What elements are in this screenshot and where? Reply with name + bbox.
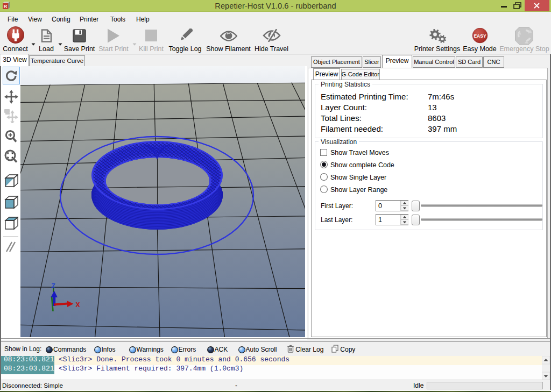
svg-text:Z: Z bbox=[52, 282, 55, 290]
svg-text:X: X bbox=[76, 301, 80, 309]
svg-text:EASY: EASY bbox=[474, 33, 486, 39]
